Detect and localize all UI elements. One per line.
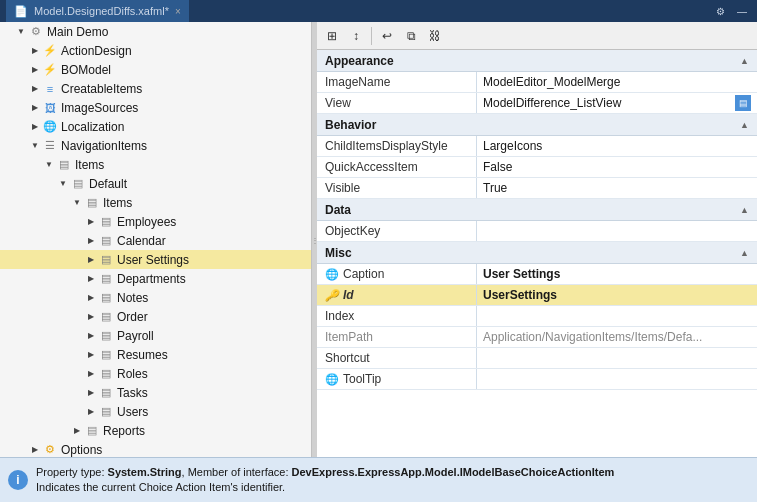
minimize-btn[interactable]: — bbox=[733, 6, 751, 17]
toggle-localization[interactable] bbox=[28, 120, 42, 134]
title-bar: 📄 Model.DesignedDiffs.xafml* × ⚙ — bbox=[0, 0, 757, 22]
globe-icon-caption: 🌐 bbox=[325, 268, 339, 281]
section-behavior-expand[interactable]: ▲ bbox=[740, 120, 749, 130]
tree-item-main-demo[interactable]: ⚙ Main Demo bbox=[0, 22, 311, 41]
status-label: Property type: bbox=[36, 466, 108, 478]
prop-value-image-name[interactable]: ModelEditor_ModelMerge bbox=[477, 72, 757, 92]
tree-item-items-sub[interactable]: ▤ Items bbox=[0, 193, 311, 212]
tree-item-bo-model[interactable]: ⚡ BOModel bbox=[0, 60, 311, 79]
tree-item-localization[interactable]: 🌐 Localization bbox=[0, 117, 311, 136]
right-panel: ⊞ ↕ ↩ ⧉ ⛓ Appearance ▲ ImageName ModelEd… bbox=[317, 22, 757, 457]
section-data-label: Data bbox=[325, 203, 351, 217]
window-controls: ⚙ — bbox=[712, 6, 751, 17]
toggle-tasks[interactable] bbox=[84, 386, 98, 400]
toggle-items-sub[interactable] bbox=[70, 196, 84, 210]
tree-item-reports[interactable]: ▤ Reports bbox=[0, 421, 311, 440]
label-tasks: Tasks bbox=[117, 386, 148, 400]
tree-item-default[interactable]: ▤ Default bbox=[0, 174, 311, 193]
tab-close[interactable]: × bbox=[175, 6, 181, 17]
icon-calendar: ▤ bbox=[98, 233, 114, 249]
prop-value-quick-access[interactable]: False bbox=[477, 157, 757, 177]
toggle-default[interactable] bbox=[56, 177, 70, 191]
sort-btn[interactable]: ↕ bbox=[345, 25, 367, 47]
prop-value-visible[interactable]: True bbox=[477, 178, 757, 198]
prop-value-index[interactable] bbox=[477, 306, 757, 326]
section-appearance-expand[interactable]: ▲ bbox=[740, 56, 749, 66]
prop-value-item-path[interactable]: Application/NavigationItems/Items/Defa..… bbox=[477, 327, 757, 347]
prop-name-id: 🔑 Id bbox=[317, 285, 477, 305]
copy-btn[interactable]: ⧉ bbox=[400, 25, 422, 47]
tree-item-resumes[interactable]: ▤ Resumes bbox=[0, 345, 311, 364]
toggle-users[interactable] bbox=[84, 405, 98, 419]
tree-item-items-root[interactable]: ▤ Items bbox=[0, 155, 311, 174]
toggle-resumes[interactable] bbox=[84, 348, 98, 362]
toggle-notes[interactable] bbox=[84, 291, 98, 305]
toggle-action-design[interactable] bbox=[28, 44, 42, 58]
splitter-vertical[interactable]: ⋮ bbox=[312, 22, 317, 457]
prop-object-key: ObjectKey bbox=[317, 221, 757, 242]
tree-item-departments[interactable]: ▤ Departments bbox=[0, 269, 311, 288]
toggle-calendar[interactable] bbox=[84, 234, 98, 248]
prop-value-view[interactable]: ModelDifference_ListView ▤ bbox=[477, 93, 757, 113]
file-icon: 📄 bbox=[14, 5, 28, 18]
toggle-payroll[interactable] bbox=[84, 329, 98, 343]
prop-value-id[interactable]: UserSettings bbox=[477, 285, 757, 305]
prop-value-object-key[interactable] bbox=[477, 221, 757, 241]
active-tab[interactable]: 📄 Model.DesignedDiffs.xafml* × bbox=[6, 0, 189, 22]
prop-name-visible: Visible bbox=[317, 178, 477, 198]
label-creatable: CreatableItems bbox=[61, 82, 142, 96]
label-action-design: ActionDesign bbox=[61, 44, 132, 58]
toggle-bo-model[interactable] bbox=[28, 63, 42, 77]
tree-item-order[interactable]: ▤ Order bbox=[0, 307, 311, 326]
label-nav-items: NavigationItems bbox=[61, 139, 147, 153]
tree-item-roles[interactable]: ▤ Roles bbox=[0, 364, 311, 383]
tree-item-payroll[interactable]: ▤ Payroll bbox=[0, 326, 311, 345]
tree-item-notes[interactable]: ▤ Notes bbox=[0, 288, 311, 307]
toggle-options[interactable] bbox=[28, 443, 42, 457]
icon-nav-items: ☰ bbox=[42, 138, 58, 154]
icon-users: ▤ bbox=[98, 404, 114, 420]
icon-employees: ▤ bbox=[98, 214, 114, 230]
toggle-main-demo[interactable] bbox=[14, 25, 28, 39]
status-comma: , Member of interface: bbox=[182, 466, 292, 478]
prop-index: Index bbox=[317, 306, 757, 327]
tree-item-user-settings[interactable]: ▤ User Settings bbox=[0, 250, 311, 269]
toggle-order[interactable] bbox=[84, 310, 98, 324]
prop-value-shortcut[interactable] bbox=[477, 348, 757, 368]
prop-value-caption[interactable]: User Settings bbox=[477, 264, 757, 284]
toggle-departments[interactable] bbox=[84, 272, 98, 286]
label-roles: Roles bbox=[117, 367, 148, 381]
tree-item-image-sources[interactable]: 🖼 ImageSources bbox=[0, 98, 311, 117]
toggle-image-sources[interactable] bbox=[28, 101, 42, 115]
prop-value-child-items[interactable]: LargeIcons bbox=[477, 136, 757, 156]
tree-item-creatable[interactable]: ≡ CreatableItems bbox=[0, 79, 311, 98]
toggle-roles[interactable] bbox=[84, 367, 98, 381]
view-picker-btn[interactable]: ▤ bbox=[735, 95, 751, 111]
tree-item-nav-items[interactable]: ☰ NavigationItems bbox=[0, 136, 311, 155]
toggle-creatable[interactable] bbox=[28, 82, 42, 96]
status-text: Property type: System.String, Member of … bbox=[36, 465, 614, 496]
settings-btn[interactable]: ⚙ bbox=[712, 6, 729, 17]
tree-panel: ⚙ Main Demo ⚡ ActionDesign ⚡ BOModel ≡ C… bbox=[0, 22, 312, 457]
tree-item-users[interactable]: ▤ Users bbox=[0, 402, 311, 421]
layout-btn[interactable]: ⊞ bbox=[321, 25, 343, 47]
toggle-nav-items[interactable] bbox=[28, 139, 42, 153]
splitter-arrow: ⋮ bbox=[311, 235, 319, 244]
tree-item-options[interactable]: ⚙ Options bbox=[0, 440, 311, 457]
toggle-reports[interactable] bbox=[70, 424, 84, 438]
toggle-user-settings[interactable] bbox=[84, 253, 98, 267]
section-data-expand[interactable]: ▲ bbox=[740, 205, 749, 215]
section-misc-expand[interactable]: ▲ bbox=[740, 248, 749, 258]
tree-item-action-design[interactable]: ⚡ ActionDesign bbox=[0, 41, 311, 60]
toggle-employees[interactable] bbox=[84, 215, 98, 229]
undo-btn[interactable]: ↩ bbox=[376, 25, 398, 47]
section-appearance-label: Appearance bbox=[325, 54, 394, 68]
prop-name-child-items: ChildItemsDisplayStyle bbox=[317, 136, 477, 156]
tree-item-employees[interactable]: ▤ Employees bbox=[0, 212, 311, 231]
tree-item-tasks[interactable]: ▤ Tasks bbox=[0, 383, 311, 402]
toggle-items-root[interactable] bbox=[42, 158, 56, 172]
tree-container[interactable]: ⚙ Main Demo ⚡ ActionDesign ⚡ BOModel ≡ C… bbox=[0, 22, 311, 457]
tree-item-calendar[interactable]: ▤ Calendar bbox=[0, 231, 311, 250]
prop-value-tooltip[interactable] bbox=[477, 369, 757, 389]
link-btn[interactable]: ⛓ bbox=[424, 25, 446, 47]
